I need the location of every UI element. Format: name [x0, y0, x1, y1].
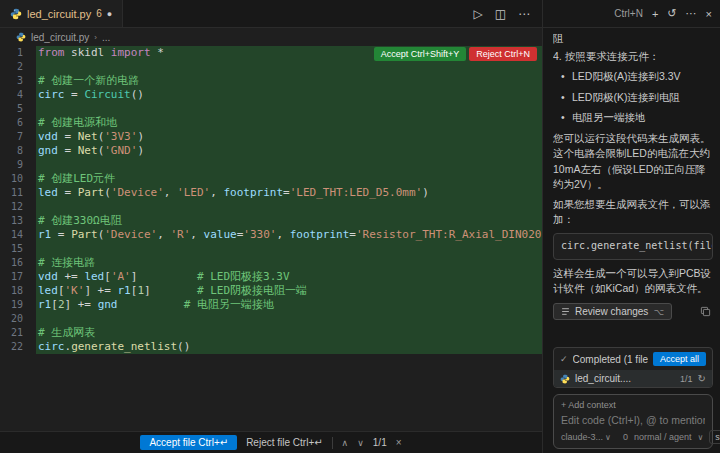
step-title: 4. 按照要求连接元件：: [553, 49, 713, 64]
title-bar: led_circuit.py 6 ● ▷ ◫ ⋯ Ctrl+N + ↺ ⋯ ×: [0, 0, 720, 28]
code-text: [36, 242, 542, 256]
accept-diff-button[interactable]: Accept Ctrl+Shift+Y: [374, 47, 467, 61]
line-number: 2: [0, 60, 36, 74]
chat-panel-header: Ctrl+N + ↺ ⋯ ×: [543, 0, 720, 27]
breadcrumb-ellipsis: ...: [102, 32, 110, 43]
line-number: 1: [0, 46, 36, 60]
code-text: led['K'] += r1[1] # LED阴极接电阻一端: [36, 284, 542, 298]
python-icon: [560, 374, 570, 384]
changed-file-counter: 1/1: [680, 374, 693, 384]
composer-footer: claude-3... ∨ 0 normal / agent ∨ submit …: [561, 430, 705, 444]
chat-paragraph-3: 这样会生成一个可以导入到PCB设计软件（如KiCad）的网表文件。: [553, 266, 713, 296]
code-text: vdd = Net('3V3'): [36, 130, 542, 144]
mode-selector[interactable]: normal / agent: [634, 432, 692, 442]
code-line: 16# 连接电路: [0, 256, 542, 270]
prev-diff-icon[interactable]: ∧: [342, 438, 349, 448]
completed-panel: ✓ Completed (1 file cha... Accept all le…: [553, 347, 713, 388]
code-line: 20: [0, 312, 542, 326]
code-line: 18led['K'] += r1[1] # LED阴极接电阻一端: [0, 284, 542, 298]
inline-code-block[interactable]: circ.generate_netlist(file_=: [553, 233, 713, 260]
close-diff-bar-icon[interactable]: ×: [396, 437, 402, 448]
line-number: 17: [0, 270, 36, 284]
file-reapply-icon[interactable]: ↻: [698, 373, 706, 384]
chevron-down-icon: ∨: [697, 433, 703, 442]
review-changes-label: Review changes: [575, 306, 648, 317]
chat-input[interactable]: [561, 414, 705, 426]
line-number: 18: [0, 284, 36, 298]
line-number: 4: [0, 88, 36, 102]
code-text: circ = Circuit(): [36, 88, 542, 102]
copy-icon[interactable]: [698, 304, 713, 319]
python-icon: [10, 8, 22, 20]
run-icon[interactable]: ▷: [473, 7, 482, 21]
code-line: 21# 生成网表: [0, 326, 542, 340]
submit-button[interactable]: submit ↵: [709, 430, 720, 444]
diff-counter: 1/1: [373, 437, 387, 448]
code-text: # 创建LED元件: [36, 172, 542, 186]
code-text: circ.generate_netlist(): [36, 340, 542, 354]
review-changes-button[interactable]: Review changes ⌥: [553, 303, 672, 320]
accept-file-button[interactable]: Accept file Ctrl+↵: [140, 435, 237, 450]
line-number: 6: [0, 116, 36, 130]
line-number: 8: [0, 144, 36, 158]
tab-led-circuit[interactable]: led_circuit.py 6 ●: [0, 0, 123, 27]
editor-more-icon[interactable]: ⋯: [518, 7, 530, 21]
code-text: [36, 60, 542, 74]
line-number: 15: [0, 242, 36, 256]
panel-close-icon[interactable]: ×: [706, 8, 712, 20]
code-text: # 生成网表: [36, 326, 542, 340]
code-line: 22circ.generate_netlist(): [0, 340, 542, 354]
add-context-button[interactable]: + Add context: [561, 400, 705, 410]
split-editor-icon[interactable]: ◫: [495, 7, 506, 21]
code-line: 13# 创建330Ω电阻: [0, 214, 542, 228]
code-line: 3# 创建一个新的电路: [0, 74, 542, 88]
code-line: 12: [0, 200, 542, 214]
changed-file-name: led_circuit....: [575, 373, 675, 384]
tab-diff-badge: 6: [96, 8, 102, 19]
new-chat-icon[interactable]: +: [652, 8, 658, 20]
divider: [332, 437, 333, 449]
code-line: 14r1 = Part('Device', 'R', value='330', …: [0, 228, 542, 242]
next-diff-icon[interactable]: ∨: [357, 438, 364, 448]
code-text: r1[2] += gnd # 电阻另一端接地: [36, 298, 542, 312]
code-text: [36, 102, 542, 116]
code-editor[interactable]: 1from skidl import *23# 创建一个新的电路4circ = …: [0, 46, 542, 431]
accept-all-button[interactable]: Accept all: [653, 352, 706, 366]
history-icon[interactable]: ↺: [667, 7, 676, 20]
panel-more-icon[interactable]: ⋯: [686, 7, 697, 20]
line-number: 9: [0, 158, 36, 172]
composer[interactable]: + Add context claude-3... ∨ 0 normal / a…: [553, 394, 713, 449]
bullet-list: LED阳极(A)连接到3.3VLED阴极(K)连接到电阻电阻另一端接地: [561, 69, 713, 125]
breadcrumb[interactable]: led_circuit.py › ...: [0, 28, 542, 46]
app-window: led_circuit.py 6 ● ▷ ◫ ⋯ Ctrl+N + ↺ ⋯ ×: [0, 0, 720, 453]
reject-file-button[interactable]: Reject file Ctrl+↵: [246, 437, 322, 448]
diff-icon: [561, 307, 570, 316]
line-number: 10: [0, 172, 36, 186]
code-line: 6# 创建电源和地: [0, 116, 542, 130]
breadcrumb-file: led_circuit.py: [31, 32, 89, 43]
code-line: 4circ = Circuit(): [0, 88, 542, 102]
model-selector[interactable]: claude-3... ∨: [561, 432, 611, 442]
code-text: [36, 158, 542, 172]
code-line: 9: [0, 158, 542, 172]
chevron-down-icon: ∨: [605, 433, 611, 442]
clipped-scroll-text: 阻: [553, 31, 713, 46]
line-number: 21: [0, 326, 36, 340]
line-number: 3: [0, 74, 36, 88]
bullet-item: LED阳极(A)连接到3.3V: [561, 69, 713, 84]
code-text: gnd = Net('GND'): [36, 144, 542, 158]
code-line: 5: [0, 102, 542, 116]
review-shortcut-icon: ⌥: [653, 307, 663, 317]
code-line: 11led = Part('Device', 'LED', footprint=…: [0, 186, 542, 200]
model-label: claude-3...: [561, 432, 603, 442]
line-number: 7: [0, 130, 36, 144]
code-line: 19r1[2] += gnd # 电阻另一端接地: [0, 298, 542, 312]
changed-file-row[interactable]: led_circuit.... 1/1 ↻: [554, 370, 712, 387]
reject-diff-button[interactable]: Reject Ctrl+N: [469, 47, 537, 61]
code-line: 7vdd = Net('3V3'): [0, 130, 542, 144]
completed-header: ✓ Completed (1 file cha... Accept all: [554, 348, 712, 370]
tab-strip: led_circuit.py 6 ● ▷ ◫ ⋯: [0, 0, 543, 27]
code-text: # 连接电路: [36, 256, 542, 270]
code-text: r1 = Part('Device', 'R', value='330', fo…: [36, 228, 542, 242]
tab-modified-dot-icon[interactable]: ●: [107, 9, 112, 19]
